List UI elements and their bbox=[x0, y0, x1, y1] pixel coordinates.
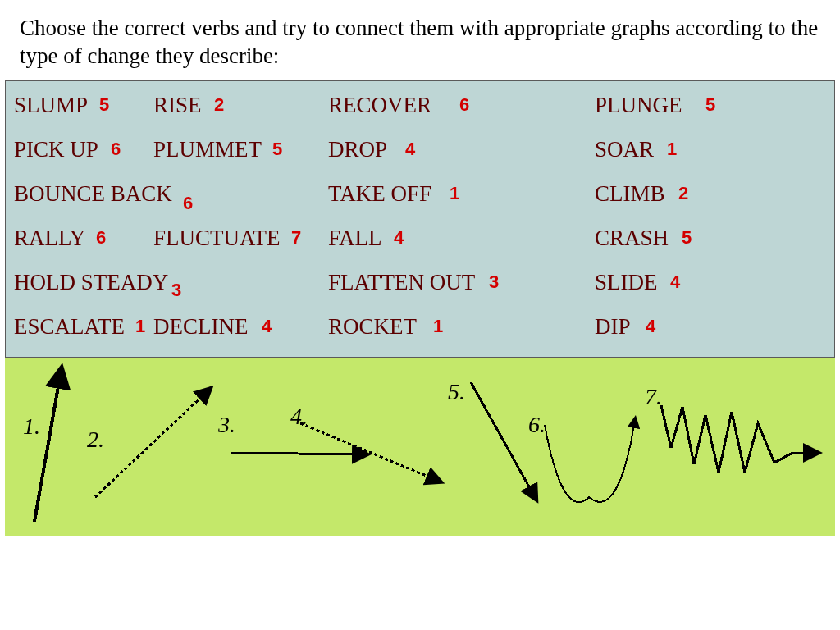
verb-climb: CLIMB bbox=[595, 181, 665, 207]
answer-rise: 2 bbox=[214, 94, 224, 116]
answer-climb: 2 bbox=[678, 183, 688, 204]
answer-dip: 4 bbox=[646, 316, 655, 337]
verb-plummet: PLUMMET bbox=[153, 137, 262, 162]
answer-fall: 4 bbox=[394, 227, 404, 249]
graphs-panel: 1.2.3.4.5.6.7. bbox=[5, 358, 835, 536]
verb-rally: RALLY bbox=[14, 226, 85, 251]
graph-arrow-6 bbox=[545, 420, 635, 502]
verb-rocket: ROCKET bbox=[328, 314, 417, 340]
verb-grid: SLUMP5RISE2RECOVER6PLUNGE5PICK UP6PLUMME… bbox=[5, 80, 835, 358]
verb-soar: SOAR bbox=[595, 137, 654, 162]
answer-take-off: 1 bbox=[450, 183, 459, 204]
graph-arrow-1 bbox=[34, 372, 61, 522]
verb-flatten-out: FLATTEN OUT bbox=[328, 270, 475, 295]
graph-arrow-5 bbox=[471, 382, 535, 497]
graph-label-4: 4. bbox=[290, 404, 308, 430]
answer-soar: 1 bbox=[667, 139, 677, 160]
answer-decline: 4 bbox=[262, 316, 272, 337]
answer-rally: 6 bbox=[96, 227, 106, 249]
verb-pick-up: PICK UP bbox=[14, 137, 98, 162]
answer-escalate: 1 bbox=[135, 316, 145, 337]
verb-slump: SLUMP bbox=[14, 93, 88, 118]
graphs-svg bbox=[5, 358, 835, 536]
verb-take-off: TAKE OFF bbox=[328, 181, 431, 207]
graph-label-7: 7. bbox=[645, 384, 662, 410]
graph-label-6: 6. bbox=[528, 412, 546, 438]
verb-fall: FALL bbox=[328, 226, 382, 251]
graph-label-2: 2. bbox=[87, 427, 104, 453]
answer-flatten-out: 3 bbox=[489, 272, 499, 293]
graph-label-1: 1. bbox=[23, 413, 40, 440]
verb-plunge: PLUNGE bbox=[595, 93, 682, 118]
verb-recover: RECOVER bbox=[328, 93, 431, 118]
answer-rocket: 1 bbox=[433, 316, 443, 337]
verb-escalate: ESCALATE bbox=[14, 314, 125, 340]
answer-recover: 6 bbox=[459, 94, 469, 116]
graph-arrow-7 bbox=[661, 405, 815, 472]
answer-plunge: 5 bbox=[705, 94, 715, 116]
verb-crash: CRASH bbox=[595, 226, 669, 251]
verb-hold-steady: HOLD STEADY bbox=[14, 270, 168, 295]
verb-decline: DECLINE bbox=[153, 314, 248, 340]
answer-bounce-back: 6 bbox=[183, 193, 193, 214]
graph-arrow-2 bbox=[95, 390, 208, 497]
graph-label-5: 5. bbox=[448, 379, 465, 405]
graph-label-3: 3. bbox=[218, 412, 235, 438]
verb-slide: SLIDE bbox=[595, 270, 658, 295]
answer-pick-up: 6 bbox=[111, 139, 121, 160]
answer-slump: 5 bbox=[99, 94, 109, 116]
answer-hold-steady: 3 bbox=[171, 280, 181, 301]
answer-plummet: 5 bbox=[272, 139, 282, 160]
verb-bounce-back: BOUNCE BACK bbox=[14, 181, 172, 207]
graph-arrow-4 bbox=[300, 423, 438, 481]
answer-fluctuate: 7 bbox=[291, 227, 301, 249]
answer-slide: 4 bbox=[670, 272, 680, 293]
verb-rise: RISE bbox=[153, 93, 202, 118]
graph-arrow-3 bbox=[231, 453, 364, 454]
answer-crash: 5 bbox=[682, 227, 692, 249]
verb-fluctuate: FLUCTUATE bbox=[153, 226, 281, 251]
instruction-text: Choose the correct verbs and try to conn… bbox=[0, 0, 840, 80]
verb-drop: DROP bbox=[328, 137, 387, 162]
verb-dip: DIP bbox=[595, 314, 631, 340]
answer-drop: 4 bbox=[405, 139, 415, 160]
